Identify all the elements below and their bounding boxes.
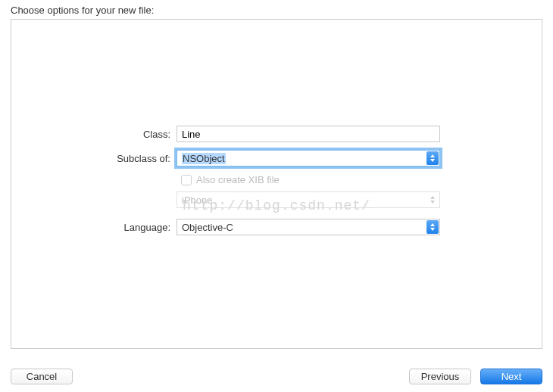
xib-label: Also create XIB file [196, 174, 280, 185]
footer: Cancel Previous Next [11, 369, 542, 384]
cancel-button[interactable]: Cancel [11, 369, 73, 384]
subclass-value: NSObject [182, 153, 226, 164]
language-value: Objective-C [182, 222, 233, 233]
class-input[interactable] [177, 126, 440, 142]
class-row: Class: [11, 126, 542, 142]
form: Class: Subclass of: NSObject Also create… [11, 126, 542, 243]
xib-row: Also create XIB file [181, 174, 542, 185]
device-combobox: iPhone [177, 191, 440, 208]
options-panel: Class: Subclass of: NSObject Also create… [11, 19, 542, 349]
chevron-up-down-icon [426, 193, 439, 207]
next-button[interactable]: Next [480, 369, 542, 384]
device-row: iPhone [11, 191, 542, 208]
subclass-combobox[interactable]: NSObject [177, 150, 440, 166]
subclass-label: Subclass of: [11, 153, 177, 164]
language-row: Language: Objective-C [11, 219, 542, 235]
chevron-up-down-icon[interactable] [426, 220, 439, 234]
language-combobox[interactable]: Objective-C [177, 219, 440, 235]
language-label: Language: [11, 222, 177, 233]
previous-button[interactable]: Previous [409, 369, 471, 384]
chevron-up-down-icon[interactable] [426, 151, 439, 165]
xib-checkbox [181, 175, 192, 185]
page-title: Choose options for your new file: [0, 0, 553, 19]
device-value: iPhone [182, 194, 212, 206]
subclass-row: Subclass of: NSObject [11, 150, 542, 166]
class-label: Class: [11, 129, 177, 140]
